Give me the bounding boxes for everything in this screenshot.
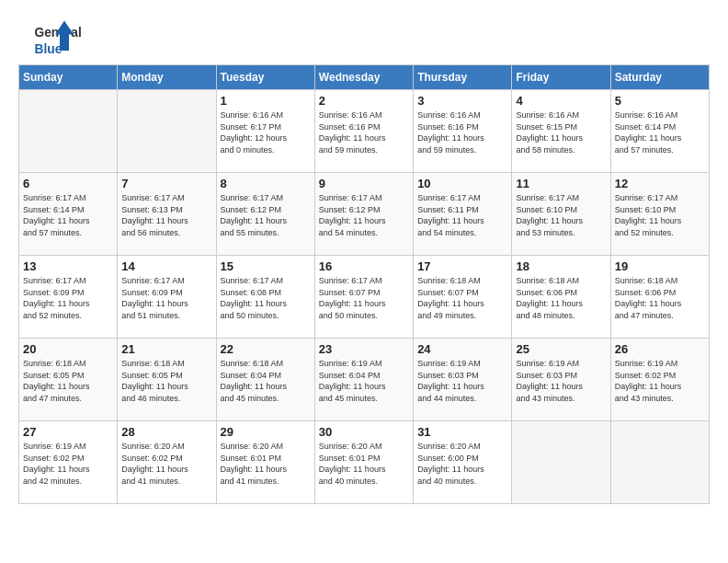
day-info: Sunrise: 6:19 AMSunset: 6:04 PMDaylight:…: [319, 358, 409, 404]
day-info: Sunrise: 6:19 AMSunset: 6:03 PMDaylight:…: [516, 358, 606, 404]
day-number: 29: [221, 425, 311, 439]
day-number: 10: [417, 177, 507, 190]
day-info: Sunrise: 6:17 AMSunset: 6:10 PMDaylight:…: [615, 192, 705, 238]
calendar-cell: 31Sunrise: 6:20 AMSunset: 6:00 PMDayligh…: [414, 421, 512, 504]
header-friday: Friday: [512, 65, 610, 90]
day-number: 12: [615, 177, 705, 190]
calendar-cell: 30Sunrise: 6:20 AMSunset: 6:01 PMDayligh…: [314, 421, 413, 504]
day-info: Sunrise: 6:17 AMSunset: 6:13 PMDaylight:…: [121, 192, 211, 238]
day-number: 16: [319, 259, 409, 273]
calendar-cell: 23Sunrise: 6:19 AMSunset: 6:04 PMDayligh…: [314, 339, 413, 421]
day-info: Sunrise: 6:17 AMSunset: 6:07 PMDaylight:…: [319, 275, 409, 321]
svg-text:Blue: Blue: [35, 42, 63, 56]
day-number: 5: [615, 94, 705, 108]
logo-icon: GeneralBlue: [18, 18, 92, 55]
day-info: Sunrise: 6:18 AMSunset: 6:07 PMDaylight:…: [417, 275, 507, 321]
day-number: 14: [121, 259, 211, 273]
day-number: 15: [221, 259, 311, 273]
day-info: Sunrise: 6:19 AMSunset: 6:03 PMDaylight:…: [417, 358, 507, 404]
calendar-cell: 11Sunrise: 6:17 AMSunset: 6:10 PMDayligh…: [512, 173, 610, 256]
calendar-cell: 21Sunrise: 6:18 AMSunset: 6:05 PMDayligh…: [118, 339, 216, 421]
calendar-cell: 7Sunrise: 6:17 AMSunset: 6:13 PMDaylight…: [118, 173, 216, 256]
day-info: Sunrise: 6:18 AMSunset: 6:05 PMDaylight:…: [121, 358, 211, 404]
day-info: Sunrise: 6:20 AMSunset: 6:01 PMDaylight:…: [221, 441, 311, 487]
page-header: GeneralBlue: [18, 18, 710, 55]
day-number: 27: [23, 425, 113, 439]
calendar-cell: 22Sunrise: 6:18 AMSunset: 6:04 PMDayligh…: [216, 339, 314, 421]
calendar-week-4: 20Sunrise: 6:18 AMSunset: 6:05 PMDayligh…: [19, 339, 710, 421]
day-number: 25: [516, 342, 606, 356]
day-info: Sunrise: 6:17 AMSunset: 6:12 PMDaylight:…: [221, 192, 311, 238]
day-number: 26: [615, 342, 705, 356]
header-monday: Monday: [118, 65, 216, 90]
day-number: 20: [23, 342, 113, 356]
calendar-cell: 5Sunrise: 6:16 AMSunset: 6:14 PMDaylight…: [610, 90, 709, 173]
day-info: Sunrise: 6:20 AMSunset: 6:01 PMDaylight:…: [319, 441, 409, 487]
day-number: 28: [121, 425, 211, 439]
day-number: 2: [319, 94, 409, 108]
day-info: Sunrise: 6:18 AMSunset: 6:04 PMDaylight:…: [221, 358, 311, 404]
day-info: Sunrise: 6:16 AMSunset: 6:16 PMDaylight:…: [319, 109, 409, 155]
day-number: 13: [23, 259, 113, 273]
day-number: 23: [319, 342, 409, 356]
calendar-cell: 8Sunrise: 6:17 AMSunset: 6:12 PMDaylight…: [216, 173, 314, 256]
calendar-cell: 3Sunrise: 6:16 AMSunset: 6:16 PMDaylight…: [414, 90, 512, 173]
calendar-week-3: 13Sunrise: 6:17 AMSunset: 6:09 PMDayligh…: [19, 256, 710, 339]
calendar-cell: 9Sunrise: 6:17 AMSunset: 6:12 PMDaylight…: [314, 173, 413, 256]
day-number: 6: [23, 177, 113, 190]
calendar-cell: [610, 421, 709, 504]
day-info: Sunrise: 6:17 AMSunset: 6:14 PMDaylight:…: [23, 192, 113, 238]
calendar-cell: 18Sunrise: 6:18 AMSunset: 6:06 PMDayligh…: [512, 256, 610, 339]
day-number: 31: [417, 425, 507, 439]
day-number: 24: [417, 342, 507, 356]
calendar-cell: 1Sunrise: 6:16 AMSunset: 6:17 PMDaylight…: [216, 90, 314, 173]
calendar-cell: 17Sunrise: 6:18 AMSunset: 6:07 PMDayligh…: [414, 256, 512, 339]
day-number: 18: [516, 259, 606, 273]
header-tuesday: Tuesday: [216, 65, 314, 90]
day-number: 21: [121, 342, 211, 356]
header-thursday: Thursday: [414, 65, 512, 90]
calendar-cell: 12Sunrise: 6:17 AMSunset: 6:10 PMDayligh…: [610, 173, 709, 256]
logo: GeneralBlue: [18, 18, 92, 55]
day-info: Sunrise: 6:18 AMSunset: 6:06 PMDaylight:…: [615, 275, 705, 321]
calendar-cell: 10Sunrise: 6:17 AMSunset: 6:11 PMDayligh…: [414, 173, 512, 256]
calendar-cell: 2Sunrise: 6:16 AMSunset: 6:16 PMDaylight…: [314, 90, 413, 173]
day-number: 7: [121, 177, 211, 190]
calendar-cell: 13Sunrise: 6:17 AMSunset: 6:09 PMDayligh…: [19, 256, 118, 339]
day-info: Sunrise: 6:17 AMSunset: 6:12 PMDaylight:…: [319, 192, 409, 238]
day-info: Sunrise: 6:17 AMSunset: 6:11 PMDaylight:…: [417, 192, 507, 238]
calendar-week-2: 6Sunrise: 6:17 AMSunset: 6:14 PMDaylight…: [19, 173, 710, 256]
day-info: Sunrise: 6:18 AMSunset: 6:05 PMDaylight:…: [23, 358, 113, 404]
day-info: Sunrise: 6:17 AMSunset: 6:09 PMDaylight:…: [121, 275, 211, 321]
calendar-cell: 25Sunrise: 6:19 AMSunset: 6:03 PMDayligh…: [512, 339, 610, 421]
calendar-cell: 16Sunrise: 6:17 AMSunset: 6:07 PMDayligh…: [314, 256, 413, 339]
calendar-header-row: SundayMondayTuesdayWednesdayThursdayFrid…: [19, 65, 710, 90]
header-sunday: Sunday: [19, 65, 118, 90]
calendar-cell: [512, 421, 610, 504]
day-info: Sunrise: 6:16 AMSunset: 6:16 PMDaylight:…: [417, 109, 507, 155]
day-number: 17: [417, 259, 507, 273]
calendar-cell: 28Sunrise: 6:20 AMSunset: 6:02 PMDayligh…: [118, 421, 216, 504]
calendar-cell: 14Sunrise: 6:17 AMSunset: 6:09 PMDayligh…: [118, 256, 216, 339]
day-info: Sunrise: 6:16 AMSunset: 6:17 PMDaylight:…: [221, 109, 311, 155]
day-number: 19: [615, 259, 705, 273]
header-saturday: Saturday: [610, 65, 709, 90]
calendar-cell: 24Sunrise: 6:19 AMSunset: 6:03 PMDayligh…: [414, 339, 512, 421]
header-wednesday: Wednesday: [314, 65, 413, 90]
calendar-cell: 15Sunrise: 6:17 AMSunset: 6:08 PMDayligh…: [216, 256, 314, 339]
day-info: Sunrise: 6:16 AMSunset: 6:15 PMDaylight:…: [516, 109, 606, 155]
calendar-cell: 20Sunrise: 6:18 AMSunset: 6:05 PMDayligh…: [19, 339, 118, 421]
calendar-cell: 19Sunrise: 6:18 AMSunset: 6:06 PMDayligh…: [610, 256, 709, 339]
day-info: Sunrise: 6:17 AMSunset: 6:09 PMDaylight:…: [23, 275, 113, 321]
calendar-week-1: 1Sunrise: 6:16 AMSunset: 6:17 PMDaylight…: [19, 90, 710, 173]
day-number: 8: [221, 177, 311, 190]
calendar-cell: 6Sunrise: 6:17 AMSunset: 6:14 PMDaylight…: [19, 173, 118, 256]
day-number: 9: [319, 177, 409, 190]
day-number: 3: [417, 94, 507, 108]
day-info: Sunrise: 6:19 AMSunset: 6:02 PMDaylight:…: [23, 441, 113, 487]
day-info: Sunrise: 6:17 AMSunset: 6:08 PMDaylight:…: [221, 275, 311, 321]
day-info: Sunrise: 6:19 AMSunset: 6:02 PMDaylight:…: [615, 358, 705, 404]
calendar-cell: [19, 90, 118, 173]
day-number: 11: [516, 177, 606, 190]
day-info: Sunrise: 6:20 AMSunset: 6:02 PMDaylight:…: [121, 441, 211, 487]
